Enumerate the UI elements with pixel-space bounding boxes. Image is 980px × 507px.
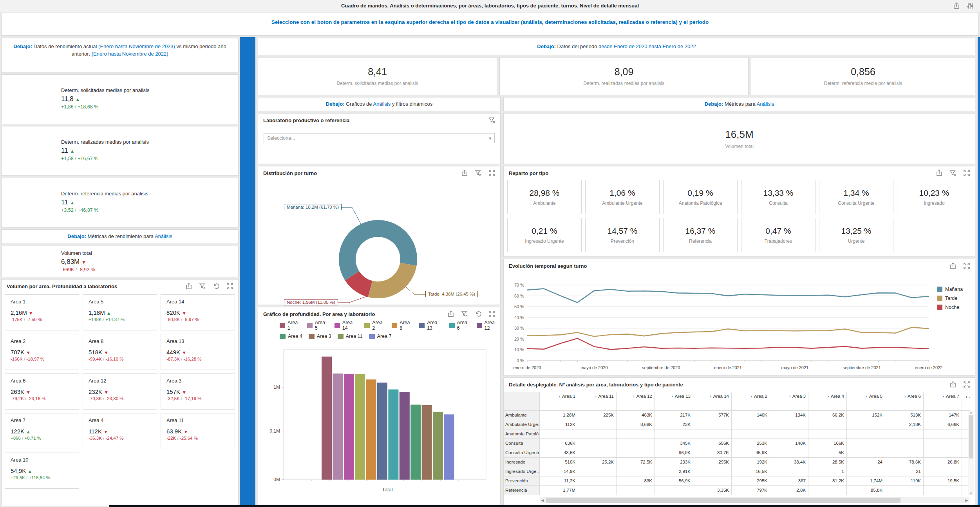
donut-slice-tarde[interactable] <box>368 263 417 298</box>
expand-chevron-icon[interactable]: › <box>671 394 673 399</box>
expand-icon[interactable] <box>963 381 970 388</box>
legend-item-area-2[interactable]: Area 2 <box>364 320 385 331</box>
export-icon[interactable] <box>461 170 468 177</box>
scroll-left-icon[interactable]: ◀ <box>540 498 545 502</box>
line-series-mañana[interactable] <box>527 289 929 302</box>
reparto-tile[interactable]: 0,19 %Anatomía Patológica <box>663 180 738 214</box>
area-card[interactable]: Area 1163,9K ▼-22K / -25,64 % <box>161 413 235 449</box>
legend-item-area-14[interactable]: Area 14 <box>335 320 358 331</box>
column-header-area-4[interactable]: ›Area 4 <box>808 392 847 411</box>
scroll-up-icon[interactable]: ▲ <box>968 411 974 414</box>
area-card[interactable]: Area 12,16M ▼-175K / -7,50 % <box>5 294 79 330</box>
reparto-tile[interactable]: 1,06 %Ambulante Urgente <box>585 180 660 214</box>
line-series-noche[interactable] <box>527 338 929 349</box>
column-header-area-11[interactable]: ›Area 11 <box>578 392 617 411</box>
table-horizontal-scrollbar[interactable]: ◀ ▶ <box>540 497 969 503</box>
export-icon[interactable] <box>447 310 454 318</box>
expand-icon[interactable] <box>963 262 970 269</box>
evolucion-line-chart[interactable]: 0 %10 %20 %30 %40 %50 %60 %70 %enero de … <box>504 272 975 375</box>
expand-chevron-icon[interactable]: › <box>750 394 752 399</box>
legend-item-tarde[interactable]: Tarde <box>937 296 963 301</box>
expand-chevron-icon[interactable]: › <box>942 394 944 399</box>
area-card[interactable]: Area 1054,9K ▲+29,5K / +116,54 % <box>5 453 79 489</box>
bar-area-6[interactable] <box>388 390 398 480</box>
area-card[interactable]: Area 14820K ▼-80,8K / -8,97 % <box>161 294 235 330</box>
bar-area-8[interactable] <box>366 379 376 480</box>
expand-icon[interactable] <box>488 310 495 318</box>
undo-icon[interactable] <box>213 283 220 290</box>
area-card[interactable]: Area 12232K ▼-70,3K / -23,30 % <box>83 373 157 410</box>
area-card[interactable]: Area 6263K ▼-79,2K / -23,18 % <box>5 373 79 410</box>
legend-item-area-5[interactable]: Area 5 <box>307 320 328 331</box>
area-card[interactable]: Area 4112K ▼-36,3K / -24,47 % <box>83 413 157 449</box>
bar-area-12[interactable] <box>400 392 410 480</box>
expand-icon[interactable] <box>963 170 970 177</box>
bar-area-14[interactable] <box>344 374 354 480</box>
bar-area-5[interactable] <box>333 373 343 480</box>
reparto-tile[interactable]: 13,25 %Urgente <box>819 218 893 252</box>
line-series-tarde[interactable] <box>527 327 929 336</box>
bar-area-1[interactable] <box>322 357 332 480</box>
column-header-area-13[interactable]: ›Area 13 <box>655 392 693 411</box>
clear-filter-icon[interactable] <box>475 170 482 177</box>
legend-item-area-4[interactable]: Area 4 <box>280 334 302 339</box>
column-header-area-3[interactable]: ›Area 3 <box>770 392 808 411</box>
reparto-tile[interactable]: 14,57 %Prevención <box>585 218 660 252</box>
clear-filter-icon[interactable] <box>199 283 206 290</box>
legend-item-area-6[interactable]: Area 6 <box>449 320 470 331</box>
bar-area-13[interactable] <box>377 383 387 480</box>
expand-chevron-icon[interactable]: › <box>633 394 635 399</box>
area-card[interactable]: Area 3157K ▼-32,5K / -17,19 % <box>161 373 235 410</box>
column-header-area-1[interactable]: ›Area 1 <box>540 392 578 411</box>
export-icon[interactable] <box>936 170 943 177</box>
bottom-scrollbar[interactable] <box>109 505 980 507</box>
expand-chevron-icon[interactable]: › <box>559 394 560 399</box>
area-card[interactable]: Area 8518K ▼-99,4K / -16,10 % <box>83 334 157 370</box>
reparto-tile[interactable]: 13,33 %Consulta <box>741 180 815 214</box>
expand-chevron-icon[interactable]: › <box>595 394 597 399</box>
depth-bar-chart[interactable]: 1M0,1M0MTotal <box>258 346 500 503</box>
area-card[interactable]: Area 2707K ▼-166K / -18,97 % <box>5 334 79 370</box>
bar-area-4[interactable] <box>410 405 421 480</box>
legend-item-area-13[interactable]: Area 13 <box>419 320 443 331</box>
reparto-tile[interactable]: 28,98 %Ambulante <box>507 180 582 214</box>
expand-chevron-icon[interactable]: › <box>904 394 906 399</box>
reparto-tile[interactable]: 16,37 %Referencia <box>663 218 738 252</box>
undo-icon[interactable] <box>475 310 482 318</box>
expand-chevron-icon[interactable]: › <box>866 394 867 399</box>
column-header-area-5[interactable]: ›Area 5 <box>847 392 885 411</box>
legend-item-area-1[interactable]: Area 1 <box>280 320 301 331</box>
area-card[interactable]: Area 13449K ▼-87,3K / -16,28 % <box>161 334 235 370</box>
bar-area-11[interactable] <box>433 412 443 480</box>
legend-item-mañana[interactable]: Mañana <box>937 287 963 292</box>
clear-filter-icon[interactable] <box>488 117 495 124</box>
export-icon[interactable] <box>949 381 956 388</box>
scrollbar-thumb[interactable] <box>969 415 973 458</box>
clear-filter-icon[interactable] <box>461 310 468 318</box>
expand-icon[interactable] <box>226 283 233 290</box>
area-card[interactable]: Area 51,18M ▲+148K / +14,37 % <box>83 294 157 330</box>
export-icon[interactable] <box>953 2 960 9</box>
lab-filter-dropdown[interactable]: Seleccione... ▾ <box>264 133 495 143</box>
legend-item-area-11[interactable]: Area 11 <box>338 334 363 339</box>
reparto-tile[interactable]: 0,47 %Trabajadores <box>741 218 815 252</box>
export-icon[interactable] <box>949 262 956 269</box>
area-card[interactable]: Area 7122K ▲+866 / +0,71 % <box>5 413 79 449</box>
expand-chevron-icon[interactable]: › <box>789 394 790 399</box>
bar-area-3[interactable] <box>422 405 432 480</box>
scrollbar-thumb[interactable] <box>546 498 900 503</box>
scroll-down-icon[interactable]: ▼ <box>968 492 974 495</box>
expand-icon[interactable] <box>488 170 495 177</box>
table-vertical-scrollbar[interactable]: ▲ ▼ <box>968 411 974 495</box>
legend-item-area-7[interactable]: Area 7 <box>369 334 392 339</box>
export-icon[interactable] <box>185 283 192 290</box>
legend-item-area-3[interactable]: Area 3 <box>309 334 331 339</box>
column-header-area-6[interactable]: ›Area 6 <box>885 392 924 411</box>
column-header-area-14[interactable]: ›Area 14 <box>693 392 732 411</box>
parameters-icon[interactable] <box>967 2 974 9</box>
donut-chart[interactable]: Mañana: 10,2M (61,70 %)Tarde: 4,38M (26,… <box>258 182 500 305</box>
reparto-tile[interactable]: 10,23 %Ingresado <box>897 180 971 214</box>
reparto-tile[interactable]: 0,21 %Ingresado Urgente <box>507 218 582 252</box>
reparto-tile[interactable]: 1,34 %Consulta Urgente <box>819 180 893 214</box>
legend-item-noche[interactable]: Noche <box>937 305 963 310</box>
